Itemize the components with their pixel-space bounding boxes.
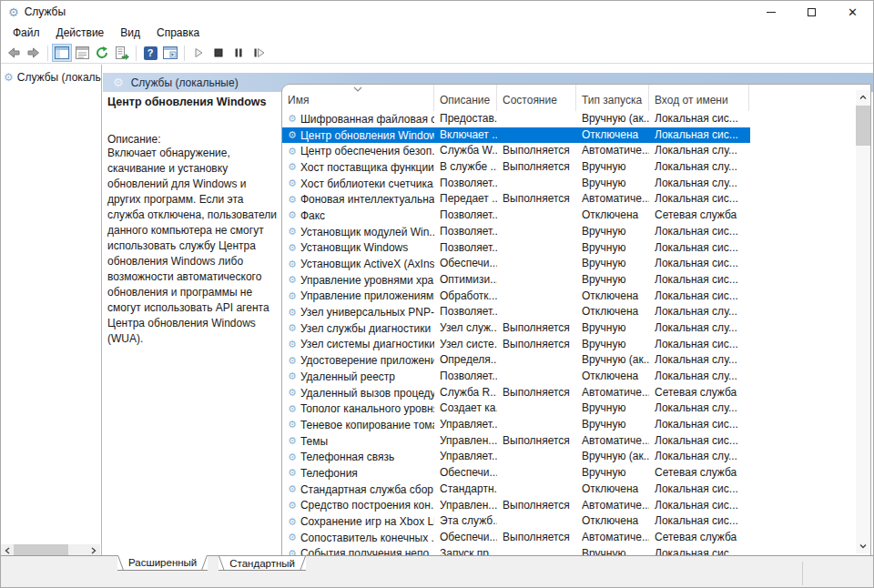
service-startup-type-cell: Автоматиче... [576, 433, 649, 450]
status-bar [1, 571, 873, 587]
menu-help[interactable]: Справка [148, 25, 208, 41]
service-row[interactable]: ⚙Узел системы диагностики Узел систе... … [282, 337, 750, 353]
service-name-cell: ⚙События получения непо... [282, 546, 434, 555]
service-row[interactable]: ⚙Центр обеспечения безоп... Служба W... … [282, 143, 750, 159]
show-action-pane-button[interactable] [160, 44, 180, 62]
service-name-cell: ⚙Теневое копирование тома [282, 417, 434, 433]
service-row[interactable]: ⚙Установщик модулей Win... Позволяет... … [282, 224, 750, 240]
service-row[interactable]: ⚙Узел службы диагностики Узел служ... Вы… [282, 320, 750, 337]
service-startup-type-cell: Отключена [576, 369, 649, 385]
service-logon-cell: Локальная слу... [649, 352, 749, 369]
service-description-cell: Узел служ... [434, 320, 497, 337]
service-details-pane: Центр обновления Windows Описание: Включ… [107, 96, 280, 347]
service-name-cell: ⚙Средство построения кон... [282, 498, 434, 514]
service-row[interactable]: ⚙Удаленный реестр Позволяет... Отключена… [282, 369, 750, 385]
service-gear-icon: ⚙ [288, 403, 297, 415]
maximize-icon [808, 8, 816, 16]
stop-service-button[interactable] [208, 44, 229, 62]
service-row[interactable]: ⚙Удаленный вызов процеду... Служба R... … [282, 385, 750, 401]
service-row[interactable]: ⚙Телефонная связь Управляет... Вручную (… [282, 449, 750, 465]
service-row[interactable]: ⚙События получения непо... Запуск пр... … [282, 546, 750, 555]
restart-icon [252, 46, 266, 59]
service-row[interactable]: ⚙Сопоставитель конечных ... Обеспечи... … [282, 530, 750, 546]
service-row[interactable]: ⚙Хост библиотеки счетчика... Позволяет..… [282, 176, 750, 192]
service-row[interactable]: ⚙Средство построения кон... Управлен... … [282, 498, 750, 514]
start-service-button[interactable] [188, 44, 208, 62]
column-header-name[interactable]: Имя [282, 85, 434, 111]
service-startup-type-cell: Автоматиче... [576, 191, 649, 208]
back-button[interactable] [4, 44, 24, 62]
service-logon-cell: Локальная слу... [649, 304, 749, 320]
service-startup-type-cell: Отключена [576, 304, 649, 320]
service-startup-type-cell: Вручную [576, 256, 649, 272]
menu-view[interactable]: Вид [112, 25, 148, 41]
pause-service-button[interactable] [229, 44, 249, 62]
tab-standard[interactable]: Стандартный [218, 556, 306, 571]
column-header-description[interactable]: Описание [434, 85, 497, 111]
service-row[interactable]: ⚙Хост поставщика функции... В службе ...… [282, 159, 750, 176]
service-row[interactable]: ⚙Факс Позволяет... Отключена Сетевая слу… [282, 208, 750, 224]
column-header-logon-as[interactable]: Вход от имени [649, 85, 749, 111]
service-name-cell: ⚙Хост поставщика функции... [282, 159, 434, 176]
list-scrollbar-thumb[interactable] [856, 106, 870, 146]
refresh-button[interactable] [92, 44, 112, 62]
service-row[interactable]: ⚙Управление уровнями хра... Оптимизи... … [282, 272, 750, 289]
service-row[interactable]: ⚙Стандартная служба сбор... Стандартн...… [282, 482, 750, 498]
maximize-button[interactable] [791, 1, 832, 23]
service-row[interactable]: ⚙Теневое копирование тома Управляет... В… [282, 417, 750, 433]
service-logon-cell: Локальная слу... [649, 320, 749, 337]
menu-file[interactable]: Файл [5, 25, 48, 41]
service-row[interactable]: ⚙Установщик Windows Позволяет... Вручную… [282, 240, 750, 257]
properties-icon [76, 46, 89, 59]
tab-extended[interactable]: Расширенный [117, 555, 208, 571]
service-row[interactable]: ⚙Управление приложениями Обработк... Отк… [282, 289, 750, 305]
service-status-cell: Выполняется [497, 191, 576, 208]
service-description-cell: Управлен... [434, 433, 497, 450]
service-description-cell: Обеспечи... [434, 465, 497, 482]
show-console-tree-button[interactable] [52, 44, 72, 62]
export-list-button[interactable] [112, 44, 132, 62]
scroll-down-icon[interactable] [856, 539, 870, 553]
service-gear-icon: ⚙ [288, 322, 297, 334]
tree-item-services-local[interactable]: ⚙ Службы (локальные) [1, 71, 101, 84]
help-button[interactable]: ? [140, 44, 160, 62]
service-row[interactable]: ⚙Фоновая интеллектуальна... Передает ...… [282, 191, 750, 208]
service-gear-icon: ⚙ [288, 161, 297, 173]
service-logon-cell: Локальная сис... [649, 337, 749, 353]
service-startup-type-cell: Вручную [576, 176, 649, 192]
service-name-cell: ⚙Темы [282, 433, 434, 450]
service-row[interactable]: ⚙Телефония Обеспечи... Вручную Сетевая с… [282, 465, 750, 482]
list-vertical-scrollbar[interactable] [856, 90, 870, 553]
restart-service-button[interactable] [249, 44, 269, 62]
service-row[interactable]: ⚙Шифрованная файловая с... Предостав... … [282, 111, 750, 127]
refresh-icon [95, 46, 109, 60]
tab-label: Стандартный [229, 558, 295, 569]
service-row[interactable]: ⚙Сохранение игр на Xbox Li... Эта служб.… [282, 513, 750, 530]
forward-button[interactable] [24, 44, 44, 62]
service-row[interactable]: ⚙Темы Управлен... Выполняется Автоматиче… [282, 433, 750, 450]
service-startup-type-cell: Вручную [576, 465, 649, 482]
service-name-cell: ⚙Управление уровнями хра... [282, 272, 434, 289]
service-startup-type-cell: Вручную [576, 159, 649, 176]
service-description-cell: Запуск пр... [434, 546, 497, 555]
service-logon-cell: Локальная сис... [649, 111, 749, 127]
tab-label: Расширенный [128, 557, 197, 568]
column-header-status[interactable]: Состояние [497, 85, 576, 111]
service-startup-type-cell: Автоматиче... [576, 498, 649, 514]
minimize-button[interactable] [750, 1, 791, 23]
start-icon [192, 46, 205, 59]
service-row[interactable]: ⚙Узел универсальных PNP-... Позволяет...… [282, 304, 750, 320]
menu-action[interactable]: Действие [48, 25, 113, 41]
column-header-startup-type[interactable]: Тип запуска [576, 85, 649, 111]
service-description-cell: В службе ... [434, 159, 497, 176]
service-rows: ⚙Шифрованная файловая с... Предостав... … [282, 111, 750, 555]
service-row[interactable]: ⚙Удостоверение приложения Определя... Вр… [282, 352, 750, 369]
toolbar: ? [1, 43, 873, 64]
properties-button[interactable] [72, 44, 92, 62]
close-button[interactable]: ✕ [832, 1, 873, 23]
service-row[interactable]: ⚙Установщик ActiveX (AxIns... Обеспечи..… [282, 256, 750, 272]
column-header-label: Имя [288, 94, 309, 106]
service-row[interactable]: ⚙Тополог канального уровня Создает ка...… [282, 400, 750, 417]
service-row[interactable]: ⚙Центр обновления Windows Включает ... О… [282, 127, 750, 144]
scroll-up-icon[interactable] [856, 90, 870, 105]
